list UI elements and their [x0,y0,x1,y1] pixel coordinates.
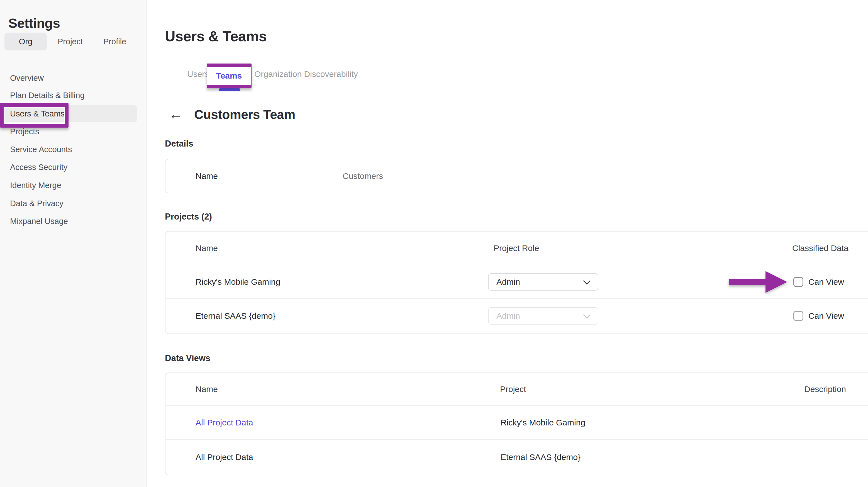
project-role-dropdown[interactable]: Admin [488,273,598,291]
data-views-table: Name Project Description All Project Dat… [165,372,868,475]
sidebar-item-projects[interactable]: Projects [10,125,39,138]
data-views-col-project: Project [500,385,526,394]
data-view-name: All Project Data [195,452,253,462]
scope-tab-project[interactable]: Project [58,33,83,51]
project-name: Eternal SAAS {demo} [195,311,276,321]
sidebar-item-data-privacy[interactable]: Data & Privacy [10,197,63,210]
sidebar-item-service-accounts[interactable]: Service Accounts [10,143,72,155]
page-title: Users & Teams [165,28,267,44]
settings-page: Settings Org Project Profile Overview Pl… [0,0,868,487]
details-card: Name Customers [165,159,868,193]
sidebar-item-mixpanel-usage[interactable]: Mixpanel Usage [10,215,68,227]
details-name-label: Name [195,171,218,181]
details-row: Name Customers [165,159,868,193]
scope-tab-profile[interactable]: Profile [103,33,126,51]
table-row: Ricky's Mobile Gaming Admin Can View [165,265,868,299]
team-title: Customers Team [194,107,295,122]
projects-col-project-role: Project Role [494,243,539,253]
sidebar-item-overview[interactable]: Overview [10,72,44,84]
project-name: Ricky's Mobile Gaming [195,277,280,287]
table-row: Eternal SAAS {demo} Admin Can View [165,299,868,333]
main-content: Users & Teams Users Teams Organization D… [147,0,868,487]
arrow-shaft [729,279,766,285]
can-view-label: Can View [808,311,844,321]
data-views-col-name: Name [195,385,218,394]
scope-tab-profile-label: Profile [103,37,126,46]
data-views-col-description: Description [804,385,846,394]
scope-tab-org-label: Org [19,37,32,46]
sidebar-item-identity-merge[interactable]: Identity Merge [10,179,61,191]
projects-header-row: Name Project Role Classified Data [165,232,868,265]
classified-data-checkbox[interactable] [793,311,803,321]
sidebar-item-plan-details-billing[interactable]: Plan Details & Billing [10,89,85,101]
sidebar-item-access-security[interactable]: Access Security [10,161,67,173]
active-tab-indicator [219,88,240,91]
details-name-value: Customers [343,171,383,181]
annotation-arrow-icon [729,271,787,293]
classified-data-checkbox[interactable] [793,277,803,287]
chevron-down-icon [583,277,591,284]
back-arrow-icon[interactable]: ← [169,106,183,123]
all-project-data-link[interactable]: All Project Data [195,418,253,427]
projects-table: Name Project Role Classified Data Ricky'… [165,231,868,334]
details-heading: Details [165,139,193,149]
data-view-project: Eternal SAAS {demo} [501,452,581,462]
sidebar-item-users-teams[interactable]: Users & Teams [10,108,65,120]
table-row: All Project Data Eternal SAAS {demo} [165,440,868,474]
project-role-dropdown-disabled: Admin [488,307,598,325]
settings-sidebar: Settings Org Project Profile Overview Pl… [0,0,147,487]
data-views-heading: Data Views [165,353,210,363]
project-role-value: Admin [496,311,520,321]
data-views-header-row: Name Project Description [165,373,868,406]
projects-heading: Projects (2) [165,212,212,222]
tabs-divider [166,92,868,92]
project-role-value: Admin [496,277,520,287]
sidebar-title: Settings [8,16,60,31]
tab-organization-discoverability[interactable]: Organization Discoverability [254,69,358,79]
projects-col-classified-data: Classified Data [792,243,848,253]
tab-users[interactable]: Users [187,69,209,79]
tab-teams[interactable]: Teams [207,67,251,85]
scope-tab-org[interactable]: Org [4,33,47,51]
projects-col-name: Name [195,243,218,253]
arrow-head [766,271,787,293]
data-view-project: Ricky's Mobile Gaming [501,418,585,427]
table-row: All Project Data Ricky's Mobile Gaming [165,406,868,440]
chevron-down-icon [583,311,591,319]
scope-tab-project-label: Project [58,37,83,46]
can-view-label: Can View [808,277,844,287]
